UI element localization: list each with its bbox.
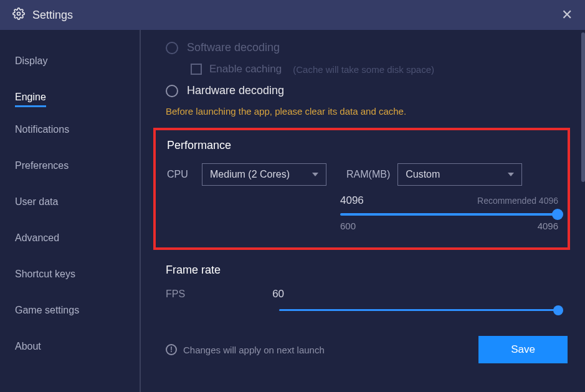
sidebar-item-advanced[interactable]: Advanced [15, 224, 140, 252]
ram-max: 4096 [538, 221, 558, 231]
main-panel: Software decoding Enable caching (Cache … [141, 30, 585, 392]
save-button[interactable]: Save [478, 336, 568, 363]
footer-note-text: Changes will apply on next launch [183, 345, 325, 355]
sidebar-item-display[interactable]: Display [15, 47, 140, 75]
framerate-section: Frame rate FPS 60 [166, 264, 568, 311]
ram-slider-labels: 600 4096 [340, 221, 558, 231]
ram-select-value: Custom [406, 169, 440, 179]
ram-slider-area: 4096 Recommended 4096 600 4096 [340, 194, 558, 231]
gear-icon [12, 7, 25, 22]
checkbox-enable-caching[interactable]: Enable caching (Cache will take some dis… [191, 63, 568, 75]
sidebar-item-preferences[interactable]: Preferences [15, 152, 140, 179]
footer-note: ! Changes will apply on next launch [166, 344, 325, 355]
sidebar-item-about[interactable]: About [15, 333, 140, 360]
ram-slider[interactable] [340, 213, 558, 216]
radio-label: Hardware decoding [187, 84, 284, 97]
sidebar-item-notifications[interactable]: Notifications [15, 116, 140, 143]
fps-label: FPS [166, 289, 185, 300]
chevron-down-icon [508, 173, 514, 176]
performance-controls: CPU Medium (2 Cores) RAM(MB) Custom [167, 163, 556, 186]
ram-recommended: Recommended 4096 [477, 196, 558, 206]
sidebar-item-shortcut[interactable]: Shortcut keys [15, 261, 140, 288]
close-icon[interactable]: ✕ [561, 7, 573, 23]
radio-software-decoding[interactable]: Software decoding [166, 41, 568, 54]
ram-min: 600 [340, 221, 356, 231]
sidebar: Display Engine Notifications Preferences… [0, 30, 141, 392]
cpu-label: CPU [167, 169, 193, 180]
titlebar-left: Settings [12, 7, 73, 22]
sidebar-item-gamesettings[interactable]: Game settings [15, 297, 140, 324]
sidebar-item-engine[interactable]: Engine [15, 84, 46, 107]
info-icon: ! [166, 344, 177, 355]
cpu-select-value: Medium (2 Cores) [210, 169, 290, 179]
titlebar-title: Settings [32, 9, 73, 22]
chevron-down-icon [312, 173, 318, 176]
radio-hardware-decoding[interactable]: Hardware decoding [166, 84, 568, 97]
radio-label: Software decoding [187, 41, 280, 54]
fps-row: FPS 60 [166, 288, 568, 300]
ram-slider-top: 4096 Recommended 4096 [340, 194, 558, 207]
slider-thumb-icon[interactable] [552, 209, 563, 220]
radio-icon [166, 85, 178, 97]
fps-value: 60 [272, 288, 284, 300]
radio-icon [166, 42, 178, 54]
performance-highlight: Performance CPU Medium (2 Cores) RAM(MB)… [153, 128, 570, 250]
ram-label: RAM(MB) [346, 169, 390, 180]
checkbox-hint: (Cache will take some disk space) [293, 64, 434, 75]
slider-thumb-icon[interactable] [553, 305, 563, 315]
checkbox-label: Enable caching [209, 63, 282, 75]
scrollbar[interactable] [581, 32, 585, 182]
fps-slider[interactable] [279, 309, 559, 311]
warning-text: Before launching the app, please clear i… [166, 106, 568, 117]
sidebar-item-userdata[interactable]: User data [15, 188, 140, 216]
footer-row: ! Changes will apply on next launch Save [166, 336, 568, 363]
ram-current-value: 4096 [340, 194, 364, 207]
body-area: Display Engine Notifications Preferences… [0, 30, 585, 392]
ram-select[interactable]: Custom [397, 163, 522, 186]
performance-title: Performance [167, 139, 556, 152]
titlebar: Settings ✕ [0, 0, 585, 30]
cpu-select[interactable]: Medium (2 Cores) [202, 163, 326, 186]
ram-block: RAM(MB) Custom [346, 163, 522, 186]
framerate-title: Frame rate [166, 264, 568, 277]
svg-point-0 [17, 12, 21, 16]
checkbox-icon [191, 64, 202, 75]
